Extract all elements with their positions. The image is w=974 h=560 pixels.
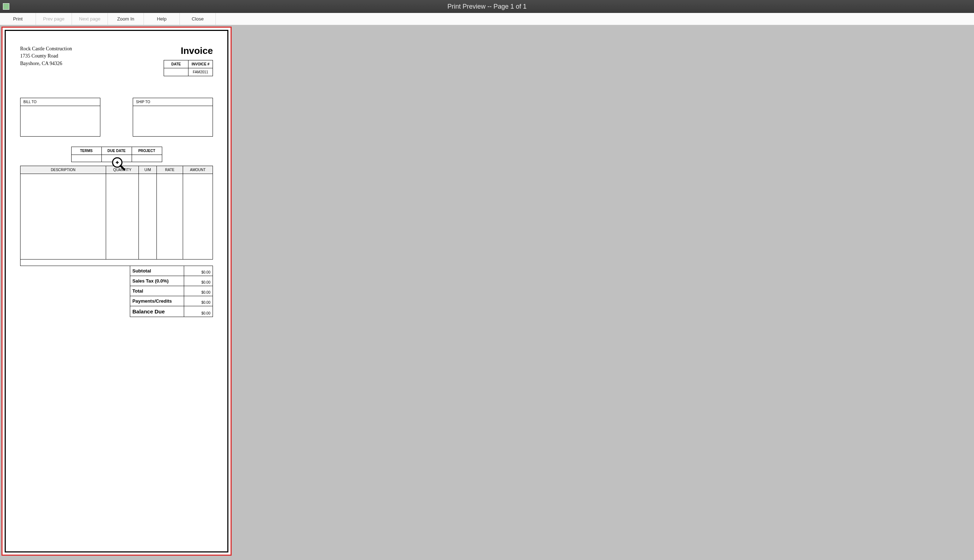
meta-number-label: INVOICE # [189,60,213,68]
balance-label: Balance Due [130,306,184,317]
toolbar: Print Prev page Next page Zoom In Help C… [0,13,974,25]
total-label: Total [130,286,184,296]
items-body-row [20,173,213,259]
ship-to-box: SHIP TO [133,98,213,137]
col-um: U/M [139,166,157,173]
totals-row-tax: Sales Tax (0.0%) $0.00 [130,276,213,286]
totals-row-payments: Payments/Credits $0.00 [130,296,213,306]
print-button[interactable]: Print [0,13,36,25]
terms-header: TERMS [71,147,102,155]
prev-page-button: Prev page [36,13,72,25]
meta-date-label: DATE [164,60,189,68]
totals-table: Subtotal $0.00 Sales Tax (0.0%) $0.00 To… [130,266,213,317]
project-header: PROJECT [132,147,162,155]
meta-date-value [164,68,189,76]
address-row: BILL TO SHIP TO [20,98,213,137]
window-titlebar: Print Preview -- Page 1 of 1 [0,0,974,13]
ship-to-label: SHIP TO [133,98,213,106]
balance-value: $0.00 [184,306,213,317]
totals-row-balance: Balance Due $0.00 [130,306,213,317]
project-value [132,155,162,162]
terms-row: TERMS DUE DATE PROJECT [20,147,213,162]
subtotal-label: Subtotal [130,266,184,276]
total-value: $0.00 [184,286,213,296]
tax-value: $0.00 [184,276,213,286]
items-amount-cell [183,173,212,259]
meta-number-value: FAM2011 [189,68,213,76]
close-button[interactable]: Close [180,13,216,25]
preview-canvas[interactable]: Rock Castle Construction 1735 County Roa… [0,25,974,560]
page-selection-outline: Rock Castle Construction 1735 County Roa… [2,27,232,556]
bill-to-label: BILL TO [20,98,100,106]
col-quantity: QUANTITY [106,166,139,173]
invoice-header: Invoice DATE INVOICE # FAM2011 [164,45,213,76]
tax-label: Sales Tax (0.0%) [130,276,184,286]
terms-table: TERMS DUE DATE PROJECT [71,147,162,162]
bill-to-box: BILL TO [20,98,100,137]
items-description-cell [20,173,106,259]
invoice-title: Invoice [164,45,213,57]
col-description: DESCRIPTION [20,166,106,173]
subtotal-value: $0.00 [184,266,213,276]
items-foot-row [20,259,213,266]
terms-value [71,155,102,162]
col-amount: AMOUNT [183,166,212,173]
items-quantity-cell [106,173,139,259]
zoom-in-button[interactable]: Zoom In [108,13,144,25]
next-page-button: Next page [72,13,108,25]
invoice-page: Rock Castle Construction 1735 County Roa… [5,30,228,552]
totals-row-total: Total $0.00 [130,286,213,296]
payments-value: $0.00 [184,296,213,306]
app-icon [3,3,9,10]
bill-to-body [20,106,100,137]
due-date-value [102,155,132,162]
payments-label: Payments/Credits [130,296,184,306]
totals-row-subtotal: Subtotal $0.00 [130,266,213,276]
window-title: Print Preview -- Page 1 of 1 [448,3,526,10]
items-rate-cell [157,173,183,259]
invoice-meta-table: DATE INVOICE # FAM2011 [164,60,213,76]
help-button[interactable]: Help [144,13,180,25]
due-date-header: DUE DATE [102,147,132,155]
line-items-table: DESCRIPTION QUANTITY U/M RATE AMOUNT [20,166,213,266]
ship-to-body [133,106,213,137]
col-rate: RATE [157,166,183,173]
items-um-cell [139,173,157,259]
